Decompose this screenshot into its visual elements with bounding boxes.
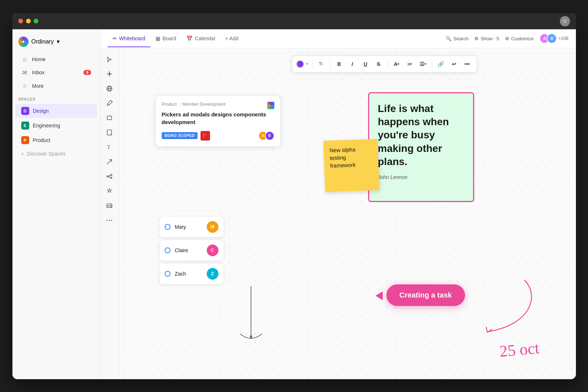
tool-globe[interactable]	[103, 82, 116, 95]
search-icon: 🔍	[446, 36, 452, 41]
app-window: U ✦ Ordinary ▾ ⌂ Home ✉ Inbox 9 ○	[12, 13, 576, 379]
quote-author: John Lennon	[378, 174, 464, 180]
content-area: T	[100, 48, 576, 379]
person-circle-claire	[165, 247, 171, 253]
toolbar-italic[interactable]: I	[347, 58, 358, 70]
tool-magic[interactable]	[103, 184, 116, 198]
sidebar-item-more-label: More	[32, 83, 44, 89]
calendar-tab-icon: 📅	[186, 36, 192, 41]
sidebar-item-engineering[interactable]: E Engineering	[15, 119, 97, 132]
toolbar-link[interactable]: 🔗	[435, 58, 447, 70]
spaces-label: Spaces	[12, 93, 100, 104]
task-card-breadcrumb: Product / Member Development	[162, 102, 226, 107]
tool-arrow[interactable]	[103, 155, 116, 168]
tool-text[interactable]: T	[103, 141, 116, 154]
nav-actions: 🔍 Search ⚙ Show · 5 ⚙ Customize A B +	[446, 33, 568, 44]
task-card[interactable]: Product / Member Development Pickers ad …	[156, 96, 280, 146]
person-item-mary[interactable]: Mary M	[160, 217, 224, 237]
show-btn[interactable]: ⚙ Show · 5	[474, 36, 499, 41]
sidebar-item-home[interactable]: ⌂ Home	[15, 53, 97, 66]
assignee-avatars: A B	[258, 131, 274, 141]
task-status-badge[interactable]: BEING SCOPED	[162, 132, 198, 139]
sidebar-item-product[interactable]: P Product	[15, 133, 97, 147]
person-name-mary: Mary	[175, 224, 202, 230]
close-button[interactable]	[18, 19, 23, 23]
toolbar-separator-4	[432, 60, 432, 68]
design-avatar: D	[21, 107, 29, 115]
toolbar-text-color[interactable]: A▾	[391, 58, 402, 70]
breadcrumb-separator: /	[179, 102, 180, 107]
sticky-note[interactable]: New alpha testing framework	[323, 139, 379, 192]
quote-card[interactable]: Life is what happens when you're busy ma…	[368, 92, 474, 202]
person-item-claire[interactable]: Claire C	[160, 240, 224, 261]
whiteboard-canvas[interactable]: ▾ T▾ B I U S A▾ ≡▾ ☰▾ 🔗 ↩	[119, 48, 576, 379]
tab-board[interactable]: ▦ Board	[150, 30, 181, 47]
show-label: Show · 5	[480, 36, 499, 41]
tab-calendar[interactable]: 📅 Calendar	[181, 30, 221, 47]
discover-spaces-btn[interactable]: + Discover Spaces	[15, 148, 97, 160]
tool-panel: T	[100, 48, 119, 379]
color-picker[interactable]	[296, 60, 304, 68]
tool-add[interactable]	[103, 67, 116, 81]
toolbar-undo[interactable]: ↩	[448, 58, 460, 70]
assignee-avatar-2: B	[265, 131, 274, 141]
task-card-title: Pickers ad modals designs components dev…	[162, 111, 274, 126]
logo-chevron-icon: ▾	[57, 38, 60, 45]
toolbar-separator-2	[330, 60, 330, 68]
logo[interactable]: ✦ Ordinary ▾	[12, 34, 100, 53]
tool-note[interactable]	[103, 126, 116, 139]
creating-task-button[interactable]: Creating a task	[386, 284, 465, 306]
svg-point-13	[107, 220, 108, 221]
svg-point-14	[109, 220, 110, 221]
search-label: Search	[453, 36, 468, 41]
sidebar-item-home-label: Home	[32, 56, 46, 62]
svg-rect-3	[107, 116, 112, 120]
toolbar-bold[interactable]: B	[333, 58, 345, 70]
tool-more[interactable]	[103, 214, 116, 227]
date-annotation: 25 oct	[499, 339, 540, 361]
person-avatar-mary: M	[207, 221, 218, 233]
tool-connect[interactable]	[103, 170, 116, 183]
tool-rectangle[interactable]	[103, 111, 116, 124]
tool-pen[interactable]	[103, 97, 116, 110]
sidebar-item-more[interactable]: ○ More	[15, 80, 97, 92]
customize-btn[interactable]: ⚙ Customize	[505, 36, 533, 41]
toolbar-align[interactable]: ≡▾	[404, 58, 416, 70]
people-list: Mary M Claire C Zach Z	[160, 217, 224, 284]
flag-icon[interactable]: 🚩	[201, 131, 210, 141]
board-tab-icon: ▦	[156, 36, 160, 41]
maximize-button[interactable]	[34, 19, 38, 23]
creating-task-label: Creating a task	[400, 291, 452, 299]
add-tab-btn[interactable]: + Add	[221, 33, 243, 44]
date-annotation-text: 25 oct	[499, 339, 540, 360]
breadcrumb-list: Member Development	[182, 102, 225, 107]
inbox-icon: ✉	[21, 69, 29, 76]
sidebar-item-product-label: Product	[33, 137, 50, 143]
home-icon: ⌂	[21, 56, 29, 63]
color-chevron: ▾	[306, 61, 308, 66]
breadcrumb-space: Product	[162, 102, 177, 107]
curved-arrow-svg	[459, 273, 539, 346]
svg-line-10	[108, 176, 111, 178]
toolbar-list[interactable]: ☰▾	[417, 58, 429, 70]
sidebar-item-design[interactable]: D Design	[15, 104, 97, 118]
toolbar-more-options[interactable]: •••	[461, 58, 473, 70]
minimize-button[interactable]	[26, 19, 31, 23]
person-avatar-claire: C	[207, 244, 218, 256]
search-btn[interactable]: 🔍 Search	[446, 36, 468, 41]
sidebar-item-inbox[interactable]: ✉ Inbox 9	[15, 66, 97, 79]
toolbar-strikethrough[interactable]: S	[373, 58, 385, 70]
sidebar-item-inbox-label: Inbox	[32, 70, 45, 75]
person-avatar-zach: Z	[207, 268, 218, 280]
plus-icon: +	[21, 151, 24, 157]
product-avatar: P	[21, 136, 29, 144]
toolbar-text-type[interactable]: T▾	[315, 58, 327, 70]
toolbar-underline[interactable]: U	[360, 58, 371, 70]
tab-whiteboard[interactable]: ✏ Whiteboard	[108, 30, 151, 47]
tool-image[interactable]	[103, 199, 116, 212]
tab-whiteboard-label: Whiteboard	[119, 36, 146, 41]
tool-select[interactable]	[103, 53, 116, 66]
person-item-zach[interactable]: Zach Z	[160, 264, 224, 284]
clickup-logo	[267, 102, 274, 109]
titlebar-avatar: U	[560, 16, 570, 26]
